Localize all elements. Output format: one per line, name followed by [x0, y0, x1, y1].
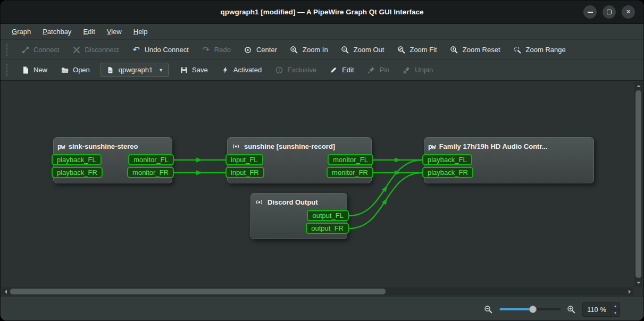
port-monitor-fl[interactable]: monitor_FL: [128, 154, 174, 165]
menu-help[interactable]: Help: [129, 26, 153, 37]
port-playback-fl[interactable]: playback_FL: [52, 154, 102, 165]
zoom-range-button[interactable]: Zoom Range: [507, 42, 572, 57]
port-output-fl[interactable]: output_FL: [307, 210, 349, 221]
vertical-scrollbar[interactable]: [634, 82, 642, 286]
vertical-scrollbar-thumb[interactable]: [635, 90, 641, 278]
center-icon: [244, 45, 253, 54]
pin-icon: [367, 65, 376, 74]
spin-down-button[interactable]: ▼: [611, 310, 620, 316]
node-title: Discord Output: [267, 198, 318, 206]
undo-connect-button[interactable]: ↶ Undo Connect: [126, 42, 195, 57]
connection-wires: [1, 81, 643, 297]
zoom-in-icon: [290, 45, 299, 54]
port-input-fl[interactable]: input_FL: [225, 154, 263, 165]
port-monitor-fr[interactable]: monitor_FR: [327, 167, 373, 178]
new-button[interactable]: New: [15, 62, 53, 78]
undo-icon: ↶: [132, 45, 141, 54]
node-family-hd-audio[interactable]: pw Family 17h/19h HD Audio Contr... play…: [424, 137, 594, 183]
unpin-label: Unpin: [415, 66, 433, 74]
svg-text:f: f: [278, 67, 280, 73]
activated-label: Activated: [233, 66, 262, 74]
pipewire-icon: pw: [428, 142, 436, 150]
exclusive-icon: f: [274, 65, 283, 74]
zoom-slider-handle[interactable]: [529, 306, 537, 313]
zoom-spinbox[interactable]: 110 % ▲ ▼: [582, 302, 620, 317]
triangle-down-icon: [637, 282, 641, 286]
spin-up-button[interactable]: ▲: [611, 303, 620, 310]
zoom-slider[interactable]: [499, 305, 561, 314]
minimize-icon: [588, 12, 593, 13]
zoom-out-button[interactable]: Zoom Out: [335, 42, 390, 57]
minimize-button[interactable]: [583, 5, 597, 19]
open-label: Open: [73, 66, 90, 74]
connect-icon: [21, 45, 30, 54]
connect-label: Connect: [34, 46, 59, 54]
activated-toggle[interactable]: Activated: [215, 62, 267, 78]
disconnect-icon: [72, 45, 81, 54]
broadcast-icon: [231, 142, 240, 151]
maximize-button[interactable]: [603, 5, 616, 19]
zoom-fit-icon: [397, 45, 406, 54]
port-monitor-fl[interactable]: monitor_FL: [328, 154, 373, 165]
unpin-button: Unpin: [396, 62, 439, 78]
new-label: New: [34, 66, 47, 74]
port-monitor-fr[interactable]: monitor_FR: [127, 167, 174, 178]
zoom-out-icon: [341, 45, 350, 54]
port-input-fr[interactable]: input_FR: [225, 167, 264, 178]
titlebar[interactable]: qpwgraph1 [modified] — A PipeWire Graph …: [1, 1, 643, 24]
node-discord-output[interactable]: Discord Output output_FL output_FR: [250, 193, 347, 239]
port-playback-fr[interactable]: playback_FR: [52, 167, 103, 178]
node-header: pw Family 17h/19h HD Audio Contr...: [428, 139, 590, 153]
port-output-fr[interactable]: output_FR: [306, 223, 349, 234]
maximize-icon: [607, 10, 612, 14]
port-playback-fr[interactable]: playback_FR: [422, 167, 473, 178]
zoom-out-icon[interactable]: [484, 305, 493, 314]
patchbay-toolbar: New Open qpwgraph1 ▼ Save Activate: [1, 60, 643, 80]
node-header: pw sink-sunshine-stereo: [57, 139, 168, 153]
scroll-down-button[interactable]: [634, 278, 642, 286]
menu-view[interactable]: View: [102, 26, 127, 37]
close-button[interactable]: ✕: [622, 5, 635, 19]
node-sink-sunshine-stereo[interactable]: pw sink-sunshine-stereo playback_FL moni…: [53, 137, 172, 183]
redo-icon: ↷: [202, 45, 211, 54]
patchbay-profile-select[interactable]: qpwgraph1 ▼: [101, 63, 169, 77]
node-title: sink-sunshine-stereo: [69, 142, 138, 150]
pencil-icon: [329, 65, 338, 74]
zoom-range-label: Zoom Range: [526, 46, 566, 54]
wire-arrow: [382, 184, 389, 192]
broadcast-icon: [255, 198, 264, 207]
edit-toggle[interactable]: Edit: [323, 62, 359, 78]
menu-graph[interactable]: Graph: [7, 26, 36, 37]
zoom-in-icon[interactable]: [567, 305, 576, 314]
save-button[interactable]: Save: [173, 62, 214, 78]
open-button[interactable]: Open: [54, 62, 96, 78]
scroll-right-button[interactable]: [625, 288, 633, 295]
zoom-reset-button[interactable]: Zoom Reset: [444, 42, 506, 57]
open-folder-icon: [60, 65, 69, 74]
triangle-up-icon: [637, 83, 641, 87]
connect-button: Connect: [15, 42, 65, 57]
exclusive-toggle: f Exclusive: [269, 62, 322, 78]
pipewire-icon: pw: [57, 142, 65, 150]
menu-patchbay[interactable]: Patchbay: [38, 26, 76, 37]
toolbar-drag-handle[interactable]: [6, 44, 9, 56]
zoom-in-button[interactable]: Zoom In: [284, 42, 334, 57]
port-playback-fl[interactable]: playback_FL: [422, 154, 472, 165]
horizontal-scrollbar[interactable]: [2, 288, 633, 295]
center-button[interactable]: Center: [238, 42, 283, 57]
scroll-up-button[interactable]: [634, 82, 642, 90]
menu-edit[interactable]: Edit: [78, 26, 99, 37]
redo-label: Redo: [214, 46, 231, 54]
horizontal-scrollbar-thumb[interactable]: [10, 289, 386, 294]
graph-canvas[interactable]: pw sink-sunshine-stereo playback_FL moni…: [1, 81, 643, 297]
toolbar-drag-handle-2[interactable]: [6, 64, 9, 76]
wire-arrow: [196, 171, 203, 175]
node-sunshine[interactable]: sunshine [sunshine-record] input_FL moni…: [227, 137, 372, 183]
scroll-left-button[interactable]: [2, 288, 10, 295]
chevron-down-icon: ▼: [158, 67, 163, 73]
zoom-fit-label: Zoom Fit: [409, 46, 437, 54]
pin-label: Pin: [380, 66, 390, 74]
zoom-fit-button[interactable]: Zoom Fit: [391, 42, 442, 57]
redo-button: ↷ Redo: [196, 42, 237, 57]
node-title: sunshine [sunshine-record]: [244, 142, 335, 150]
